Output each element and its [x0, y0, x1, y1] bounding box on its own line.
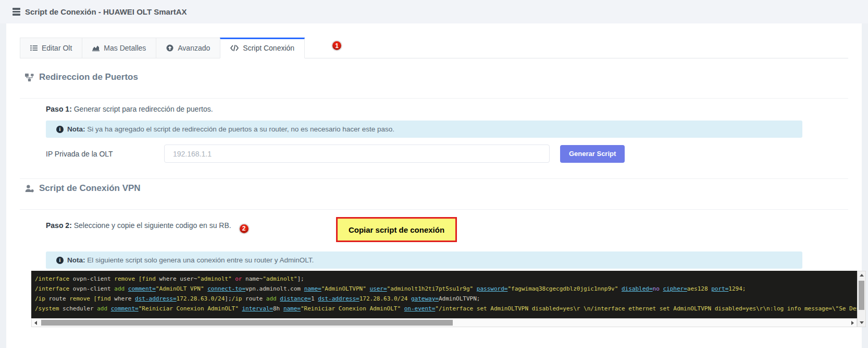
- section-title-script-vpn: Script de Conexión VPN: [25, 183, 848, 194]
- scroll-up-button[interactable]: [858, 272, 865, 279]
- top-header-bar: Script de Conexión - HUAWEI OLT SmartAX: [0, 0, 868, 23]
- user-icon: [25, 185, 34, 193]
- code-icon: [230, 45, 239, 51]
- list-icon: [30, 44, 38, 52]
- scroll-right-button[interactable]: [849, 319, 856, 326]
- scroll-down-button[interactable]: [858, 319, 865, 326]
- vertical-scroll-thumb[interactable]: [859, 281, 864, 310]
- ip-input[interactable]: [164, 145, 550, 163]
- divider: [20, 98, 848, 99]
- info-icon: i: [56, 257, 64, 264]
- note-alert-vpn: i Nota: El siguiente script solo genera …: [46, 251, 802, 269]
- horizontal-scrollbar[interactable]: [31, 318, 857, 327]
- divider: [20, 178, 848, 179]
- annotation-badge-2: 2: [239, 223, 250, 234]
- main-card: Editar Olt Mas Detalles Avanzado Script …: [6, 23, 862, 348]
- ip-field-label: IP Privada de la OLT: [46, 150, 164, 158]
- tab-label: Editar Olt: [42, 44, 72, 52]
- code-content[interactable]: /interface ovpn-client remove [find wher…: [31, 271, 857, 318]
- note-alert-ports: i Nota: Si ya ha agregado el script de r…: [46, 121, 802, 138]
- page-title: Script de Conexión - HUAWEI OLT SmartAX: [25, 7, 187, 16]
- tab-bar: Editar Olt Mas Detalles Avanzado Script …: [20, 38, 848, 58]
- tab-avanzado[interactable]: Avanzado: [156, 38, 220, 58]
- step-2-row: Paso 2: Seleccione y copie el siguiente …: [46, 218, 848, 247]
- tab-label: Avanzado: [178, 44, 210, 52]
- info-icon: i: [56, 126, 64, 133]
- copiar-script-button[interactable]: Copiar script de conexión: [336, 217, 457, 242]
- tab-editar-olt[interactable]: Editar Olt: [20, 38, 82, 58]
- generar-script-button[interactable]: Generar Script: [560, 145, 625, 163]
- sitemap-icon: [25, 74, 34, 81]
- server-icon: [13, 8, 20, 16]
- ip-form-row: IP Privada de la OLT Generar Script: [46, 145, 848, 163]
- tab-mas-detalles[interactable]: Mas Detalles: [82, 38, 156, 58]
- tab-label: Script Conexión: [243, 44, 294, 52]
- tab-label: Mas Detalles: [104, 44, 146, 52]
- chart-area-icon: [92, 44, 100, 52]
- horizontal-scroll-thumb[interactable]: [41, 320, 453, 326]
- step-1-text: Paso 1: Generar script para redirección …: [46, 105, 848, 113]
- section-title-redireccion-puertos: Redireccion de Puertos: [25, 72, 848, 82]
- annotation-badge-1: 1: [331, 40, 342, 51]
- vertical-scrollbar[interactable]: [857, 271, 866, 327]
- arrow-up-circle-icon: [166, 44, 173, 52]
- script-code-region: /interface ovpn-client remove [find wher…: [31, 271, 866, 327]
- tab-script-conexion[interactable]: Script Conexión: [220, 38, 305, 58]
- divider: [20, 209, 848, 210]
- scroll-left-button[interactable]: [32, 319, 39, 326]
